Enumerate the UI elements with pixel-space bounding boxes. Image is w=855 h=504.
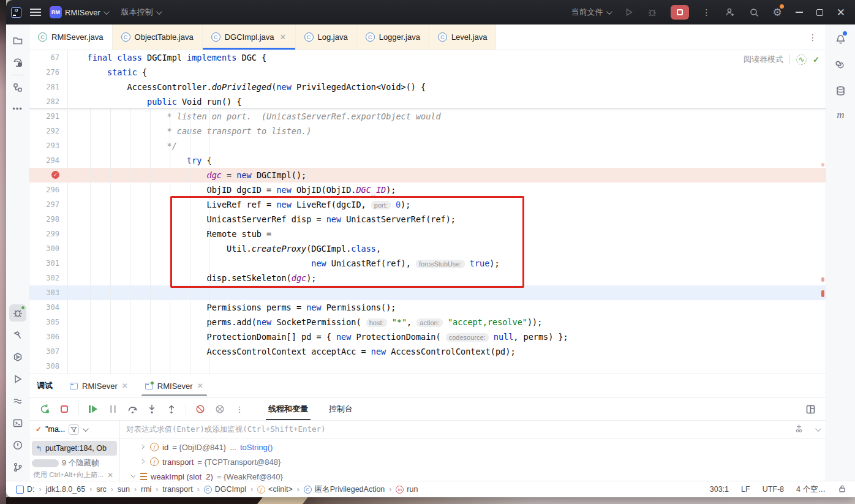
stripe-mark-breakpoint[interactable] (821, 163, 824, 167)
breakpoint-icon[interactable]: ✓ (29, 168, 67, 182)
tab-dgcimpl-java[interactable]: C DGCImpl.java ✕ (203, 24, 296, 50)
line-number[interactable]: 298 (29, 212, 67, 227)
line-number[interactable]: 276 (29, 65, 67, 80)
line-number[interactable]: 304 (29, 300, 67, 315)
caret-position[interactable]: 303:1 (710, 485, 729, 494)
breadcrumb-item[interactable]: C匿名PrivilegedAction (304, 484, 385, 495)
mute-breakpoints-icon[interactable] (213, 402, 227, 416)
waves-icon[interactable] (9, 393, 26, 410)
code-line[interactable]: 281 AccessController.doPrivileged(new Pr… (29, 80, 826, 94)
variable-row-weakimpl[interactable]: weakImpl (slot_2) = {WeakRef@840} (120, 469, 826, 481)
breadcrumb-item[interactable]: mrun (396, 485, 418, 494)
breadcrumb-item[interactable]: sun (118, 485, 130, 494)
breadcrumb-item[interactable]: jdk1.8.0_65 (46, 485, 86, 494)
line-number[interactable]: 307 (29, 344, 67, 359)
line-number[interactable]: 291 (29, 109, 67, 124)
debug-toolwindow-icon[interactable] (9, 304, 26, 322)
code-line[interactable]: 307 AccessControlContext acceptAcc = new… (29, 344, 826, 359)
tab-objecttable-java[interactable]: C ObjectTable.java (113, 24, 203, 50)
line-number[interactable]: 296 (29, 182, 67, 197)
problems-icon[interactable] (9, 437, 26, 454)
debug-icon[interactable] (647, 7, 657, 17)
tab-log-java[interactable]: C Log.java (296, 24, 357, 50)
line-number[interactable]: 308 (29, 359, 67, 374)
stop-debug-icon[interactable] (58, 402, 71, 416)
maximize-button[interactable] (816, 9, 823, 16)
line-number[interactable]: 294 (29, 153, 67, 168)
version-control-icon[interactable] (9, 459, 26, 476)
filter-frames-button[interactable] (69, 424, 79, 435)
line-number[interactable]: 297 (29, 197, 67, 212)
more-toolwindows-icon[interactable]: ••• (9, 100, 26, 117)
thread-selector[interactable]: ✓ "ma... (29, 421, 119, 438)
pause-icon[interactable] (106, 402, 119, 416)
file-encoding[interactable]: UTF-8 (763, 485, 784, 494)
close-session-icon[interactable]: ✕ (122, 382, 128, 390)
code-line-breakpoint[interactable]: ✓ dgc = new DGCImpl(); (29, 168, 826, 182)
build-hammer-icon[interactable] (9, 326, 26, 344)
indent-info[interactable]: 4 个空… (796, 484, 826, 495)
debug-session-tab-2[interactable]: RMISever ✕ (139, 374, 209, 397)
more-actions-icon[interactable]: ⋮ (702, 7, 711, 17)
tab-level-java[interactable]: C Level.java (429, 24, 497, 50)
stripe-mark-error[interactable] (821, 290, 824, 297)
code-line[interactable]: 291 * listen on port. (UnicastServerRef.… (29, 109, 826, 124)
line-number[interactable]: 299 (29, 227, 67, 241)
expand-chevron-icon[interactable] (140, 443, 146, 452)
code-line[interactable]: 296 ObjID dgcID = new ObjID(ObjID.DGC_ID… (29, 182, 826, 197)
line-number[interactable]: 300 (29, 241, 67, 256)
project-widget[interactable]: RM RMISever (50, 6, 108, 18)
close-session-icon[interactable]: ✕ (197, 382, 203, 390)
code-line[interactable]: 276 static { (29, 65, 826, 80)
resume-icon[interactable] (86, 402, 100, 416)
line-number[interactable]: 282 (29, 94, 67, 109)
code-line[interactable]: 67 final class DGCImpl implements DGC { (29, 50, 826, 65)
code-line[interactable]: 294 try { (29, 153, 826, 168)
stripe-mark-warning[interactable] (821, 277, 824, 282)
hidden-frames-row[interactable]: 9 个隐藏帧 (32, 458, 119, 468)
database-icon[interactable] (832, 82, 849, 99)
line-number[interactable]: 67 (29, 50, 67, 65)
rerun-icon[interactable] (38, 402, 51, 416)
breadcrumb-item[interactable]: CDGCImpl (204, 485, 246, 494)
add-user-icon[interactable] (725, 7, 736, 18)
selected-stack-frame[interactable]: ↰ putTarget:184, Ob (32, 441, 117, 456)
breadcrumb-item[interactable]: D: (16, 485, 35, 494)
add-watch-icon[interactable] (794, 423, 804, 435)
close-tab-icon[interactable]: ✕ (280, 32, 287, 42)
view-breakpoints-icon[interactable] (194, 402, 207, 416)
tab-options-icon[interactable]: ⋮ (808, 32, 826, 42)
breadcrumb-item[interactable]: src (96, 485, 107, 494)
collapse-chevron-icon[interactable] (130, 472, 137, 481)
line-number[interactable]: 303 (29, 285, 67, 300)
reader-mode-widget[interactable]: 阅读器模式 ∿ ✓ (744, 54, 819, 65)
watch-input-row[interactable]: 对表达式求值(Enter)或添加监视(Ctrl+Shift+Enter) (120, 421, 826, 438)
layout-settings-icon[interactable] (804, 402, 817, 416)
code-line[interactable]: 292 * cause transport to listen.) (29, 124, 826, 138)
project-folder-icon[interactable] (9, 32, 26, 49)
structure-icon[interactable] (9, 79, 26, 96)
debug-more-icon[interactable]: ⋮ (233, 402, 246, 416)
step-into-icon[interactable] (145, 402, 159, 416)
line-number[interactable]: 306 (29, 329, 67, 344)
minimize-button[interactable] (796, 12, 803, 13)
line-number[interactable]: 302 (29, 271, 67, 285)
code-line[interactable]: 308 (29, 359, 826, 374)
code-editor[interactable]: 291 * listen on port. (UnicastServerRef.… (29, 50, 826, 374)
services-icon[interactable] (9, 348, 26, 366)
breadcrumb-item[interactable]: transport (162, 485, 192, 494)
dismiss-hint-icon[interactable]: ✕ (107, 471, 113, 480)
code-vision-icon[interactable]: ∿ (796, 55, 807, 65)
line-number[interactable]: 281 (29, 80, 67, 94)
run-icon[interactable] (624, 7, 634, 17)
step-out-icon[interactable] (165, 402, 178, 416)
code-line[interactable]: 306 ProtectionDomain[] pd = { new Protec… (29, 329, 826, 344)
line-number[interactable]: 305 (29, 315, 67, 329)
terminal-icon[interactable] (9, 415, 26, 432)
settings-gear-icon[interactable]: ⚙ (773, 6, 782, 19)
main-menu-icon[interactable] (30, 9, 41, 16)
variable-row-id[interactable]: f id = {ObjID@841} ... toString() (120, 440, 826, 454)
tab-threads-variables[interactable]: 线程和变量 (261, 398, 315, 421)
inspections-ok-icon[interactable]: ✓ (813, 55, 819, 64)
debug-session-tab-1[interactable]: RMISever ✕ (64, 374, 134, 397)
